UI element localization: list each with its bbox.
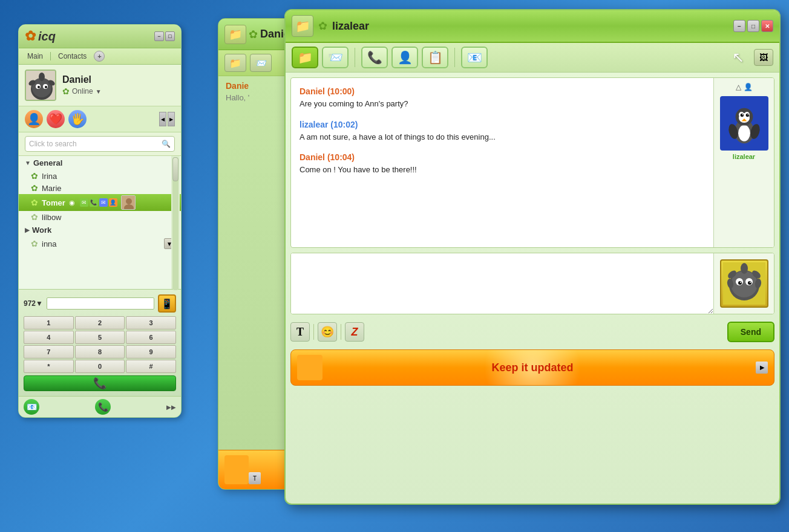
- footer-phone-button[interactable]: 📞: [95, 399, 111, 415]
- sidebar-nav: Main Contacts +: [19, 48, 181, 65]
- tab-main[interactable]: Main: [25, 51, 45, 62]
- contact-status-icon: ✿: [31, 239, 38, 248]
- toolbar-folder-button[interactable]: 📁: [292, 47, 318, 68]
- svg-point-5: [39, 73, 45, 81]
- message-text: Come on ! You have to be there!!!: [300, 164, 705, 176]
- list-item[interactable]: ✿ Irina: [19, 170, 181, 182]
- bg-chat-flower-icon: ✿: [249, 28, 258, 41]
- toolbar-user-button[interactable]: 👤: [391, 47, 418, 68]
- phone-input[interactable]: [47, 297, 154, 310]
- scrollbar-track: [172, 157, 178, 290]
- phone-prefix[interactable]: 972▼: [24, 299, 43, 308]
- contact-photo: [121, 195, 136, 210]
- toolbar-file-button[interactable]: 📨: [322, 47, 349, 68]
- group-work-label: Work: [32, 225, 51, 235]
- status-arrow-icon: ▼: [96, 88, 102, 95]
- phone-panel: 972▼ 📱 1 2 3 4 5 6 7 8 9 * 0 # 📞: [19, 289, 181, 396]
- contact-name: inna: [42, 239, 57, 248]
- more-left-button[interactable]: ◀: [159, 112, 166, 126]
- contact-status-icon: ✿: [31, 171, 38, 181]
- message-input[interactable]: [291, 253, 713, 314]
- contacts-scrollbar[interactable]: [171, 156, 180, 289]
- toolbar-phone-button[interactable]: 📞: [361, 47, 388, 68]
- list-item[interactable]: ✿ lilbow: [19, 211, 181, 223]
- rp-user-icon[interactable]: 👤: [744, 83, 753, 91]
- key-6[interactable]: 6: [126, 331, 176, 344]
- banner-left-icon: [297, 355, 322, 380]
- banner-area[interactable]: Keep it updated ▶: [290, 349, 774, 386]
- toolbar-hand-button[interactable]: 🖐️: [68, 110, 87, 128]
- key-7[interactable]: 7: [24, 345, 74, 358]
- message-block: Daniel (10:00) Are you coming to Ann's p…: [300, 86, 705, 110]
- key-5[interactable]: 5: [75, 331, 125, 344]
- list-item[interactable]: ✿ inna ▼: [19, 237, 181, 250]
- mini-icon-1: ✉: [80, 198, 88, 207]
- svg-point-32: [741, 263, 748, 274]
- mini-icon-2: 📞: [90, 198, 98, 207]
- text-format-button[interactable]: T: [290, 322, 310, 342]
- chat-header: 📁 ✿ lizalear − □ ✕: [286, 10, 779, 43]
- contact-avatar: [720, 96, 768, 151]
- chat-title: lizalear: [332, 20, 728, 33]
- search-box[interactable]: Click to search 🔍: [25, 136, 175, 152]
- bg-tool-2[interactable]: 📨: [250, 54, 272, 72]
- send-button[interactable]: Send: [727, 322, 774, 342]
- maximize-button[interactable]: □: [165, 31, 175, 41]
- footer-email-button[interactable]: 📧: [24, 399, 39, 415]
- add-tab-button[interactable]: +: [94, 51, 105, 62]
- toolbar-person-button[interactable]: 👤: [25, 110, 43, 128]
- bg-tool-1[interactable]: 📁: [224, 54, 246, 72]
- key-1[interactable]: 1: [24, 316, 74, 329]
- key-hash[interactable]: #: [126, 360, 176, 373]
- chat-main-window: 📁 ✿ lizalear − □ ✕ 📁 📨 📞 👤 📋 📧 ↖ 🖼 Dani: [284, 9, 781, 505]
- toolbar-photo-button[interactable]: 🖼: [754, 49, 773, 66]
- chat-maximize-button[interactable]: □: [747, 20, 759, 32]
- key-8[interactable]: 8: [75, 345, 125, 358]
- emoji-button[interactable]: 😊: [318, 322, 337, 342]
- nav-divider: [50, 52, 51, 60]
- contact-name: Irina: [42, 172, 57, 181]
- chat-close-button[interactable]: ✕: [761, 20, 773, 32]
- group-work-header[interactable]: ▶ Work: [19, 223, 181, 237]
- user-info: Daniel ✿ Online ▼: [62, 74, 175, 96]
- key-4[interactable]: 4: [24, 331, 74, 344]
- status-flower-icon: ✿: [62, 86, 70, 96]
- toolbar-email-button[interactable]: 📧: [461, 47, 488, 68]
- user-status[interactable]: ✿ Online ▼: [62, 86, 175, 96]
- group-expand-icon: ▶: [25, 227, 30, 233]
- minimize-button[interactable]: −: [154, 31, 164, 41]
- icq-sidebar: ✿ icq − □ Main Contacts +: [18, 24, 182, 418]
- chat-minimize-button[interactable]: −: [733, 20, 745, 32]
- tab-contacts[interactable]: Contacts: [56, 51, 89, 62]
- toolbar-heart-button[interactable]: ❤️: [47, 110, 65, 128]
- key-9[interactable]: 9: [126, 345, 176, 358]
- rp-scroll-icon[interactable]: △: [736, 83, 741, 91]
- group-general-header[interactable]: ▼ General: [19, 156, 181, 170]
- bg-chat-icon: 📁: [224, 25, 246, 44]
- chat-header-flower-icon: ✿: [318, 19, 327, 33]
- key-3[interactable]: 3: [126, 316, 176, 329]
- input-right-panel: [713, 253, 774, 314]
- user-name: Daniel: [62, 74, 175, 85]
- key-2[interactable]: 2: [75, 316, 125, 329]
- call-button[interactable]: 📞: [24, 375, 176, 391]
- toolbar-right: ↖ 🖼: [732, 49, 773, 66]
- toolbar-note-button[interactable]: 📋: [422, 47, 448, 68]
- scrollbar-thumb[interactable]: [172, 157, 178, 181]
- contact-status-icon: ✿: [31, 183, 38, 193]
- right-panel-icons: △ 👤: [736, 83, 753, 91]
- list-item[interactable]: ✿ Tomer ◉ ✉ 📞 ✉ 👤: [19, 194, 181, 211]
- footer-more-icon[interactable]: ▶▶: [166, 404, 176, 410]
- keypad: 1 2 3 4 5 6 7 8 9 * 0 #: [24, 316, 176, 373]
- chat-content-area: Daniel (10:00) Are you coming to Ann's p…: [290, 77, 774, 248]
- phone-call-button[interactable]: 📱: [158, 294, 176, 313]
- more-right-button[interactable]: ▶: [168, 112, 175, 126]
- status-text: Online: [72, 87, 93, 96]
- search-placeholder: Click to search: [29, 140, 77, 148]
- key-0[interactable]: 0: [75, 360, 125, 373]
- bold-z-button[interactable]: Z: [345, 322, 364, 342]
- sidebar-footer: 📧 📞 ▶▶: [19, 396, 181, 417]
- contact-status-icon: ✿: [31, 198, 38, 207]
- key-star[interactable]: *: [24, 360, 74, 373]
- list-item[interactable]: ✿ Marie: [19, 182, 181, 194]
